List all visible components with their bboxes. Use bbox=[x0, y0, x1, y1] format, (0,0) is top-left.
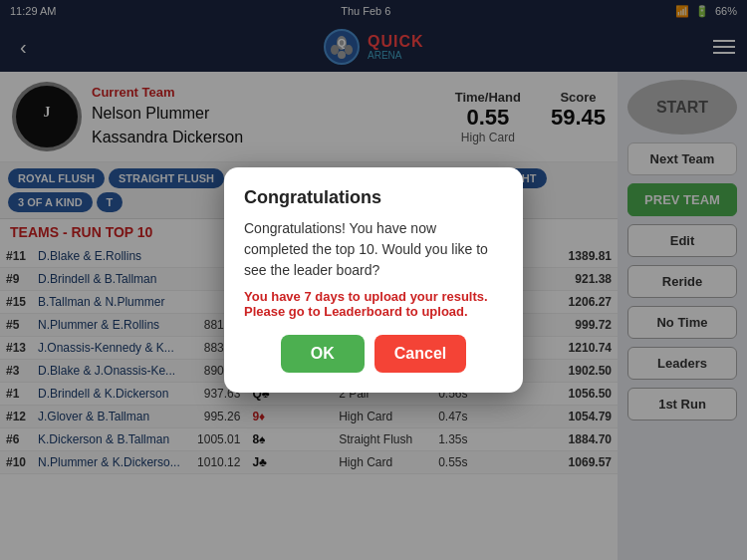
modal-body: Congratulations! You have now completed … bbox=[244, 218, 503, 281]
modal-title: Congratulations bbox=[244, 187, 503, 208]
modal-ok-button[interactable]: OK bbox=[281, 335, 365, 373]
modal-warning: You have 7 days to upload your results. … bbox=[244, 289, 503, 319]
modal-overlay: Congratulations Congratulations! You hav… bbox=[0, 0, 747, 560]
congratulations-modal: Congratulations Congratulations! You hav… bbox=[224, 167, 523, 393]
modal-cancel-button[interactable]: Cancel bbox=[374, 335, 466, 373]
modal-buttons: OK Cancel bbox=[244, 335, 503, 373]
